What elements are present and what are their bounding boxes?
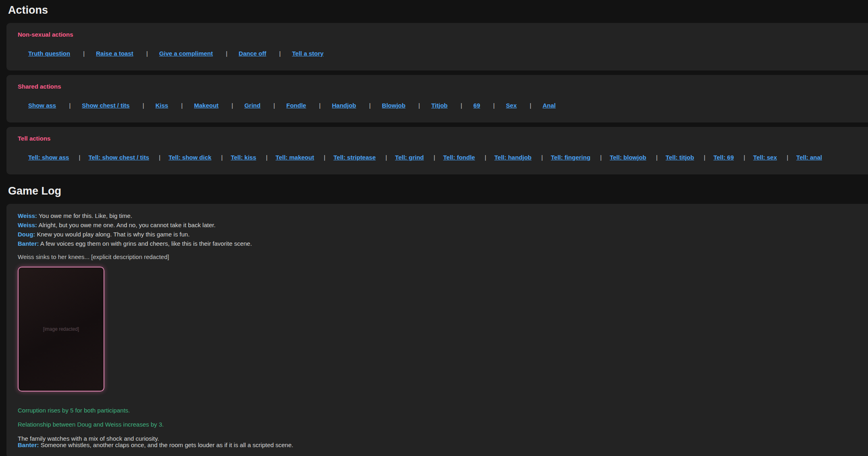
action-link[interactable]: Tell: anal <box>796 154 822 161</box>
action-link[interactable]: Handjob <box>332 102 356 109</box>
speaker-label: Weiss: <box>18 222 37 228</box>
non-sexual-actions-panel: Non-sexual actions |Truth question |Rais… <box>6 23 868 70</box>
action-link[interactable]: Anal <box>542 102 556 109</box>
tell-actions-label: Tell actions <box>18 135 857 142</box>
flavor-text: The family watches with a mix of shock a… <box>18 435 857 442</box>
separator: | <box>787 154 788 161</box>
separator: | <box>418 102 420 109</box>
log-message: Banter: A few voices egg them on with gr… <box>18 240 857 247</box>
action-link[interactable]: Makeout <box>194 102 218 109</box>
separator: | <box>266 154 268 161</box>
message-text: Knew you would play along. That is why t… <box>37 231 190 238</box>
separator: | <box>704 154 706 161</box>
action-link[interactable]: Tell: show dick <box>168 154 211 161</box>
action-link[interactable]: Fondle <box>286 102 306 109</box>
separator: | <box>232 102 233 109</box>
separator: | <box>221 154 223 161</box>
action-link[interactable]: Tell: grind <box>395 154 424 161</box>
speaker-label: Banter: <box>18 441 39 448</box>
narration-text: Weiss sinks to her knees... [explicit de… <box>18 253 857 260</box>
action-link[interactable]: Tell: blowjob <box>610 154 646 161</box>
separator: | <box>226 50 227 57</box>
action-link[interactable]: Tell: fondle <box>443 154 475 161</box>
separator: | <box>274 102 275 109</box>
log-message: Doug: Knew you would play along. That is… <box>18 231 857 238</box>
tell-actions-panel: Tell actions |Tell: show ass |Tell: show… <box>6 127 868 174</box>
message-text: A few voices egg them on with grins and … <box>40 240 252 247</box>
game-log-title: Game Log <box>8 185 868 197</box>
separator: | <box>143 102 144 109</box>
separator: | <box>83 50 85 57</box>
action-link[interactable]: Tell: kiss <box>231 154 256 161</box>
separator: | <box>600 154 602 161</box>
separator: | <box>485 154 486 161</box>
separator: | <box>159 154 160 161</box>
separator: | <box>146 50 148 57</box>
non-sexual-actions-links: |Truth question |Raise a toast |Give a c… <box>28 50 857 57</box>
message-text: Alright, but you owe me one. And no, you… <box>38 222 215 228</box>
action-link[interactable]: Tell: striptease <box>333 154 376 161</box>
action-link[interactable]: Sex <box>506 102 517 109</box>
action-link[interactable]: Tell: 69 <box>713 154 734 161</box>
actions-page-title: Actions <box>8 4 868 17</box>
speaker-label: Doug: <box>18 231 35 238</box>
separator: | <box>530 102 531 109</box>
action-link[interactable]: Blowjob <box>382 102 405 109</box>
shared-actions-links: |Show ass |Show chest / tits |Kiss |Make… <box>28 102 857 109</box>
separator: | <box>369 102 371 109</box>
action-link[interactable]: Tell: titjob <box>666 154 694 161</box>
separator: | <box>319 102 321 109</box>
log-message: Weiss: You owe me for this. Like, big ti… <box>18 213 857 219</box>
message-text: Someone whistles, another claps once, an… <box>41 441 293 448</box>
separator: | <box>181 102 183 109</box>
action-link[interactable]: Give a compliment <box>159 50 213 57</box>
action-link[interactable]: Kiss <box>156 102 168 109</box>
separator: | <box>385 154 387 161</box>
shared-actions-label: Shared actions <box>18 83 857 90</box>
action-link[interactable]: Titjob <box>431 102 448 109</box>
shared-actions-panel: Shared actions |Show ass |Show chest / t… <box>6 75 868 122</box>
non-sexual-actions-label: Non-sexual actions <box>18 31 857 38</box>
action-link[interactable]: Tell: handjob <box>494 154 532 161</box>
action-link[interactable]: Tell: sex <box>753 154 777 161</box>
separator: | <box>79 154 81 161</box>
message-text: You owe me for this. Like, big time. <box>39 212 132 219</box>
scene-image-redaction-note: [image redacted] <box>43 326 79 332</box>
status-line-relationship: Relationship between Doug and Weiss incr… <box>18 421 857 428</box>
speaker-label: Banter: <box>18 240 39 247</box>
separator: | <box>279 50 281 57</box>
action-link[interactable]: Truth question <box>28 50 70 57</box>
action-link[interactable]: Show chest / tits <box>82 102 129 109</box>
speaker-label: Weiss: <box>18 212 37 219</box>
status-line-corruption: Corruption rises by 5 for both participa… <box>18 407 857 414</box>
separator: | <box>493 102 495 109</box>
action-link[interactable]: Show ass <box>28 102 56 109</box>
separator: | <box>541 154 543 161</box>
action-link[interactable]: Tell: fingering <box>551 154 590 161</box>
action-link[interactable]: Dance off <box>239 50 266 57</box>
scene-image-placeholder: [image redacted] <box>18 267 104 392</box>
tell-actions-links: |Tell: show ass |Tell: show chest / tits… <box>28 154 857 161</box>
separator: | <box>69 102 71 109</box>
action-link[interactable]: Raise a toast <box>96 50 133 57</box>
action-link[interactable]: Tell: show ass <box>28 154 69 161</box>
action-link[interactable]: 69 <box>473 102 480 109</box>
separator: | <box>324 154 326 161</box>
separator: | <box>461 102 462 109</box>
action-link[interactable]: Tell a story <box>292 50 324 57</box>
separator: | <box>434 154 435 161</box>
action-link[interactable]: Tell: show chest / tits <box>89 154 150 161</box>
log-message: Weiss: Alright, but you owe me one. And … <box>18 222 857 228</box>
separator: | <box>743 154 745 161</box>
game-log-panel: Weiss: You owe me for this. Like, big ti… <box>6 204 868 456</box>
separator: | <box>656 154 658 161</box>
action-link[interactable]: Tell: makeout <box>276 154 314 161</box>
action-link[interactable]: Grind <box>244 102 260 109</box>
closing-log-message: Banter: Someone whistles, another claps … <box>18 442 857 448</box>
